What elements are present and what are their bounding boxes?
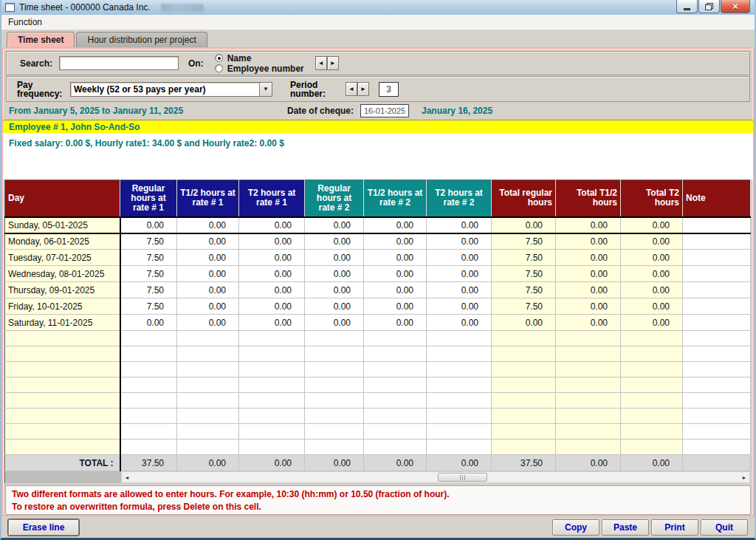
hours-cell[interactable]: 0.00 <box>427 217 492 233</box>
hours-cell[interactable]: 7.50 <box>120 298 177 315</box>
hours-cell[interactable]: 0.00 <box>305 217 364 233</box>
hours-cell[interactable]: 0.00 <box>177 233 239 250</box>
hours-cell[interactable] <box>305 424 364 440</box>
note-cell[interactable] <box>683 250 751 266</box>
note-cell[interactable] <box>683 282 751 298</box>
hours-cell[interactable] <box>177 393 239 409</box>
hours-cell[interactable]: 0.00 <box>239 266 305 282</box>
hours-cell[interactable] <box>239 393 305 409</box>
hours-cell[interactable] <box>364 424 427 440</box>
scroll-right-arrow[interactable]: ► <box>739 472 749 482</box>
hours-cell[interactable] <box>427 362 492 377</box>
hours-cell[interactable]: 0.00 <box>305 266 364 282</box>
hours-cell[interactable]: 0.00 <box>177 282 239 298</box>
note-cell[interactable] <box>683 331 751 346</box>
tab-hour-distribution[interactable]: Hour distribution per project <box>76 32 207 47</box>
minimize-button[interactable] <box>676 0 698 13</box>
hours-cell[interactable]: 0.00 <box>427 315 492 331</box>
hours-cell[interactable] <box>427 346 492 362</box>
hours-cell[interactable]: 0.00 <box>364 217 427 233</box>
hours-cell[interactable] <box>177 424 239 440</box>
hours-cell[interactable] <box>305 377 364 393</box>
hours-cell[interactable] <box>239 346 305 362</box>
hours-cell[interactable] <box>364 377 427 393</box>
radio-employee-number[interactable]: Employee number <box>215 64 304 73</box>
note-cell[interactable] <box>683 377 751 393</box>
hours-cell[interactable] <box>239 409 305 424</box>
hours-cell[interactable] <box>239 440 305 455</box>
note-cell[interactable] <box>683 393 751 409</box>
hours-cell[interactable]: 7.50 <box>120 233 177 250</box>
erase-line-button[interactable]: Erase line <box>8 519 79 536</box>
period-prev-button[interactable]: ◄ <box>346 82 357 96</box>
hours-cell[interactable] <box>120 424 177 440</box>
hours-cell[interactable] <box>177 346 239 362</box>
hours-cell[interactable]: 0.00 <box>239 315 305 331</box>
hours-cell[interactable]: 0.00 <box>427 282 492 298</box>
hours-cell[interactable]: 7.50 <box>120 282 177 298</box>
hours-cell[interactable]: 7.50 <box>120 250 177 266</box>
hours-cell[interactable] <box>177 409 239 424</box>
hours-cell[interactable] <box>427 409 492 424</box>
restore-button[interactable] <box>698 0 720 13</box>
hours-cell[interactable]: 0.00 <box>177 315 239 331</box>
hours-cell[interactable] <box>177 377 239 393</box>
previous-record-button[interactable]: ◄ <box>315 56 327 70</box>
note-cell[interactable] <box>683 298 751 315</box>
note-cell[interactable] <box>683 440 751 455</box>
hours-cell[interactable] <box>239 424 305 440</box>
quit-button[interactable]: Quit <box>701 519 748 536</box>
hours-cell[interactable] <box>364 346 427 362</box>
hours-cell[interactable] <box>120 362 177 377</box>
hours-cell[interactable]: 0.00 <box>239 282 305 298</box>
note-cell[interactable] <box>683 346 751 362</box>
period-number-field[interactable]: 3 <box>379 82 399 97</box>
paste-button[interactable]: Paste <box>602 519 649 536</box>
hours-cell[interactable]: 0.00 <box>177 250 239 266</box>
hours-cell[interactable]: 0.00 <box>305 282 364 298</box>
hours-cell[interactable] <box>177 362 239 377</box>
hours-cell[interactable]: 7.50 <box>120 266 177 282</box>
note-cell[interactable] <box>683 266 751 282</box>
hours-cell[interactable] <box>427 424 492 440</box>
scrollbar-thumb[interactable] <box>438 473 487 482</box>
hours-cell[interactable]: 0.00 <box>364 298 427 315</box>
hours-cell[interactable]: 0.00 <box>305 298 364 315</box>
hours-cell[interactable] <box>305 409 364 424</box>
note-cell[interactable] <box>683 424 751 440</box>
note-cell[interactable] <box>683 315 751 331</box>
hours-cell[interactable] <box>305 331 364 346</box>
hours-cell[interactable]: 0.00 <box>239 250 305 266</box>
cheque-date-field[interactable]: 16-01-2025 <box>360 104 409 117</box>
hours-cell[interactable] <box>239 331 305 346</box>
hours-cell[interactable]: 0.00 <box>305 250 364 266</box>
hours-cell[interactable] <box>305 440 364 455</box>
hours-cell[interactable] <box>120 409 177 424</box>
hours-cell[interactable] <box>305 393 364 409</box>
hours-cell[interactable] <box>120 331 177 346</box>
tab-time-sheet[interactable]: Time sheet <box>7 32 75 47</box>
hours-cell[interactable]: 0.00 <box>364 266 427 282</box>
hours-cell[interactable] <box>364 393 427 409</box>
note-cell[interactable] <box>683 217 751 233</box>
hours-cell[interactable] <box>177 440 239 455</box>
hours-cell[interactable]: 0.00 <box>177 266 239 282</box>
hours-cell[interactable]: 0.00 <box>427 250 492 266</box>
hours-cell[interactable] <box>120 346 177 362</box>
note-cell[interactable] <box>683 409 751 424</box>
hours-cell[interactable] <box>364 362 427 377</box>
hours-cell[interactable] <box>427 440 492 455</box>
hours-cell[interactable] <box>305 346 364 362</box>
print-button[interactable]: Print <box>651 519 698 536</box>
note-cell[interactable] <box>683 233 751 250</box>
radio-name[interactable]: Name <box>215 53 304 63</box>
hours-cell[interactable] <box>427 377 492 393</box>
hours-cell[interactable]: 0.00 <box>364 233 427 250</box>
hours-cell[interactable] <box>427 393 492 409</box>
hours-cell[interactable]: 0.00 <box>239 298 305 315</box>
hours-cell[interactable]: 0.00 <box>120 315 177 331</box>
pay-frequency-select[interactable]: Weekly (52 or 53 pays per year) ▼ <box>70 82 272 97</box>
scroll-left-arrow[interactable]: ◄ <box>122 472 132 482</box>
search-input[interactable] <box>59 56 179 70</box>
next-record-button[interactable]: ► <box>327 56 339 70</box>
